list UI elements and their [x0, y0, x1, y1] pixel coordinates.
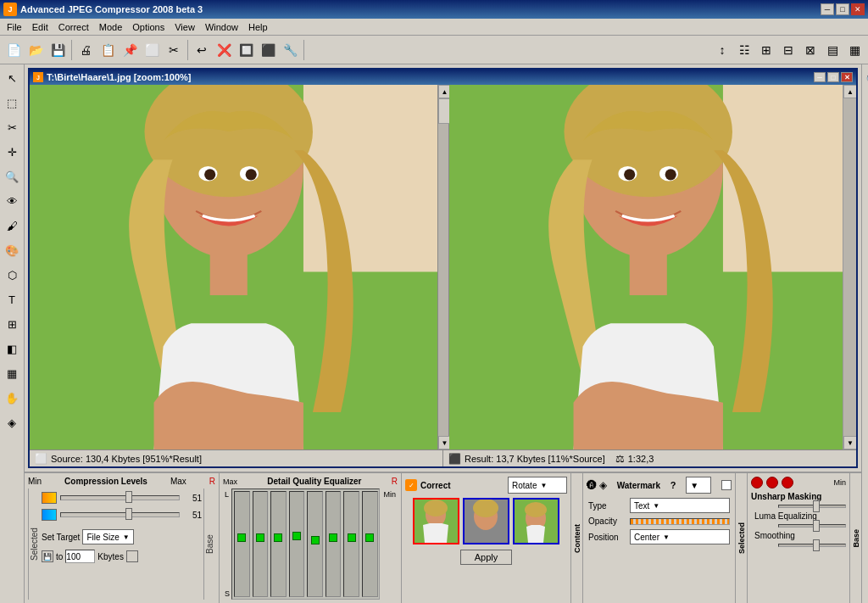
fit-btn[interactable]: ⊞: [862, 119, 869, 142]
compression-section: Min Compression Levels Max R Selected: [25, 473, 220, 603]
type-dropdown[interactable]: Text ▼: [630, 498, 730, 513]
tb-btn-3[interactable]: ↩: [192, 40, 212, 60]
svg-point-20: [424, 500, 448, 516]
tool-select[interactable]: ⬚: [0, 91, 24, 114]
tool-adjust[interactable]: ◧: [0, 337, 24, 360]
tool-text[interactable]: T: [0, 288, 24, 311]
eq-slider-2[interactable]: [253, 491, 269, 597]
eq-slider-3[interactable]: [270, 491, 287, 597]
scroll-thumb[interactable]: [438, 98, 450, 124]
tool-color[interactable]: 🎨: [0, 238, 24, 262]
tb-btn-14[interactable]: ▦: [844, 40, 865, 60]
tool-brush[interactable]: 🖌: [0, 214, 24, 237]
tool-filter[interactable]: ▦: [0, 361, 24, 385]
target-value-input[interactable]: [65, 550, 95, 563]
um-slider-1[interactable]: [778, 505, 846, 508]
eq-slider-8[interactable]: [362, 491, 378, 597]
tb-btn-2[interactable]: ✂: [164, 40, 184, 60]
tool-eye[interactable]: 👁: [0, 189, 24, 213]
base-label-comp: Base: [203, 489, 215, 600]
opacity-slider[interactable]: [630, 518, 730, 525]
tool-stamp[interactable]: ◈: [0, 410, 24, 434]
menu-correct[interactable]: Correct: [53, 20, 94, 34]
paste-button[interactable]: 📌: [120, 40, 140, 60]
watermark-help[interactable]: ?: [670, 480, 676, 490]
eq-side-labels: L S: [223, 489, 231, 600]
img-maximize[interactable]: □: [827, 72, 839, 82]
slider-thumb-2[interactable]: [125, 508, 132, 520]
menu-view[interactable]: View: [170, 20, 200, 34]
slider-track-2[interactable]: [60, 512, 180, 517]
thumb-3[interactable]: [513, 498, 559, 544]
comp-r-label: R: [209, 477, 215, 486]
tool-layers[interactable]: ⊞: [0, 312, 24, 336]
apply-button[interactable]: Apply: [460, 550, 513, 565]
eq-slider-6[interactable]: [326, 491, 342, 597]
eq-slider-7[interactable]: [343, 491, 359, 597]
right-scrollbar: ▲ ▼: [843, 85, 856, 449]
menu-file[interactable]: File: [2, 20, 27, 34]
vscroll-track[interactable]: [843, 98, 856, 436]
menu-help[interactable]: Help: [243, 20, 273, 34]
tool-zoom[interactable]: 🔍: [0, 165, 24, 188]
um-slider-2[interactable]: [778, 524, 846, 528]
tool-move[interactable]: ✛: [0, 140, 24, 164]
r-btn-2[interactable]: ▦: [862, 195, 869, 219]
tb-btn-10[interactable]: ⊞: [756, 40, 776, 60]
scroll-track[interactable]: [438, 98, 448, 436]
tool-hand[interactable]: ✋: [0, 386, 24, 410]
new-button[interactable]: 📄: [3, 40, 24, 60]
watermark-dropdown[interactable]: ▼: [686, 477, 711, 494]
r-btn-1[interactable]: ⊠: [862, 170, 869, 193]
tb-btn-5[interactable]: 🔲: [236, 40, 256, 60]
tb-btn-9[interactable]: ☷: [734, 40, 754, 60]
menu-options[interactable]: Options: [127, 20, 170, 34]
um-slider-3[interactable]: [778, 544, 846, 547]
print-button[interactable]: 🖨: [75, 40, 96, 60]
menu-window[interactable]: Window: [200, 20, 243, 34]
target-go-btn[interactable]: [126, 550, 138, 562]
tool-shapes[interactable]: ⬡: [0, 263, 24, 287]
save-button[interactable]: 💾: [47, 40, 68, 60]
watermark-checkbox[interactable]: [721, 480, 732, 490]
open-button[interactable]: 📂: [25, 40, 46, 60]
tb-btn-4[interactable]: ❌: [214, 40, 234, 60]
tb-btn-12[interactable]: ⊠: [800, 40, 821, 60]
slider-thumb-1[interactable]: [125, 491, 132, 503]
slider-track-1[interactable]: [60, 495, 180, 500]
tb-btn-8[interactable]: ↕: [712, 40, 732, 60]
img-close[interactable]: ✕: [841, 72, 853, 82]
menu-edit[interactable]: Edit: [27, 20, 53, 34]
tb-btn-1[interactable]: ⬜: [142, 40, 162, 60]
tb-btn-11[interactable]: ⊟: [778, 40, 798, 60]
minimize-button[interactable]: ─: [821, 3, 834, 15]
copy-button[interactable]: 📋: [97, 40, 118, 60]
tool-crop[interactable]: ✂: [0, 115, 24, 139]
img-minimize[interactable]: ─: [814, 72, 826, 82]
thumb-1[interactable]: [413, 498, 459, 544]
color-icon-1: [42, 492, 57, 504]
vscroll-up[interactable]: ▲: [843, 85, 856, 98]
vscroll-down[interactable]: ▼: [843, 436, 856, 449]
eq-slider-5[interactable]: [307, 491, 323, 597]
close-button[interactable]: ✕: [851, 3, 865, 15]
actual-size-btn[interactable]: ⬚: [862, 144, 869, 168]
eq-slider-1[interactable]: [234, 491, 250, 597]
tb-btn-13[interactable]: ▤: [822, 40, 843, 60]
maximize-button[interactable]: □: [836, 3, 849, 15]
tb-btn-6[interactable]: ⬛: [258, 40, 278, 60]
menu-mode[interactable]: Mode: [94, 20, 128, 34]
thumb-2[interactable]: [463, 498, 509, 544]
zoom-in-btn[interactable]: 🔍: [862, 68, 869, 92]
source-status: ⬜ Source: 130,4 Kbytes [951%*Result]: [30, 449, 443, 466]
eq-slider-4[interactable]: [289, 491, 305, 597]
rotate-dropdown[interactable]: Rotate ▼: [508, 477, 567, 494]
main-content: ↖ ⬚ ✂ ✛ 🔍 👁 🖌 🎨 ⬡ T ⊞ ◧ ▦ ✋ ◈ J T:\Birte…: [0, 64, 868, 603]
tb-btn-7[interactable]: 🔧: [280, 40, 300, 60]
zoom-out-btn[interactable]: 🔎: [862, 93, 869, 117]
r-btn-3[interactable]: ▤: [862, 221, 869, 244]
target-type-dropdown[interactable]: File Size ▼: [82, 529, 133, 544]
r-btn-4[interactable]: ◈: [862, 246, 869, 270]
tool-arrow[interactable]: ↖: [0, 66, 24, 90]
position-dropdown[interactable]: Center ▼: [630, 529, 730, 544]
